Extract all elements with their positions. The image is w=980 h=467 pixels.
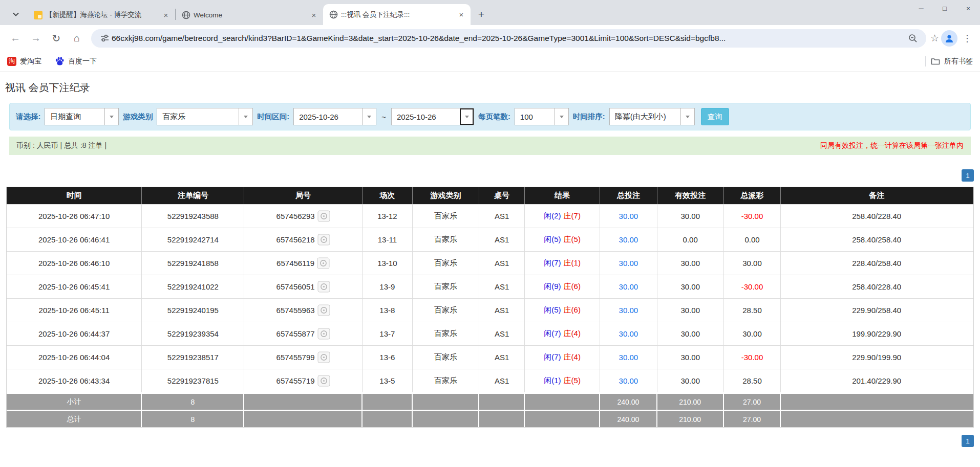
search-button[interactable]: 查询 [701, 108, 729, 125]
video-replay-icon[interactable] [317, 210, 330, 222]
total-bet-link[interactable]: 30.00 [619, 329, 638, 338]
column-header: 备注 [781, 187, 972, 204]
game-category: 百家乐 [413, 228, 479, 251]
dropdown-button[interactable] [460, 108, 474, 125]
dropdown-button[interactable] [239, 108, 252, 125]
bet-id: 522919241022 [142, 275, 244, 298]
video-replay-icon[interactable] [317, 375, 330, 387]
date-end-select[interactable]: 2025-10-26 [391, 108, 474, 125]
dropdown-button[interactable] [680, 108, 694, 125]
date-start-select[interactable]: 2025-10-26 [293, 108, 376, 125]
player-result: 闲(7) [544, 258, 561, 268]
video-replay-icon[interactable] [317, 257, 330, 269]
forward-button[interactable]: → [27, 30, 45, 47]
page-1-button[interactable]: 1 [962, 435, 974, 447]
browser-menu-button[interactable]: ⋮ [960, 33, 975, 44]
table-row: 2025-10-26 06:47:10 522919243588 6574562… [7, 204, 973, 228]
page-title: 视讯 会员下注纪录 [0, 72, 980, 101]
home-button[interactable]: ⌂ [68, 30, 86, 47]
subtotal-row: 小计 8 240.00 210.00 27.00 [7, 392, 973, 410]
dropdown-button[interactable] [362, 108, 376, 125]
column-header: 局号 [244, 187, 362, 204]
total-bet-link[interactable]: 30.00 [619, 376, 638, 385]
bet-records-table: 时间注单编号局号场次游戏类别桌号结果总投注有效投注总派彩备注 2025-10-2… [6, 187, 974, 428]
globe-favicon-icon [329, 10, 338, 19]
column-header: 总派彩 [724, 187, 781, 204]
sort-select[interactable]: 降冪(由大到小) [609, 108, 695, 125]
tab-close-icon[interactable]: × [161, 10, 171, 20]
back-button[interactable]: ← [7, 30, 24, 47]
site-settings-icon[interactable] [97, 31, 112, 46]
query-type-select[interactable]: 日期查询 [45, 108, 119, 125]
player-result: 闲(7) [544, 329, 561, 339]
bookmarks-bar: 淘 爱淘宝 百度一下 所有书签 [0, 51, 980, 72]
query-type-value: 日期查询 [45, 108, 104, 125]
bet-time: 2025-10-26 06:44:04 [7, 346, 142, 369]
round-cell: 657455799 [244, 346, 362, 369]
total-bet-link[interactable]: 30.00 [619, 282, 638, 291]
all-bookmarks-button[interactable]: 所有书签 [931, 57, 973, 66]
url-text[interactable]: 66cxkj98.com/game/betrecord_search/kind3… [112, 34, 906, 43]
total-bet-link[interactable]: 30.00 [619, 353, 638, 362]
profile-avatar[interactable] [941, 30, 957, 47]
reload-button[interactable]: ↻ [48, 30, 65, 47]
video-replay-icon[interactable] [317, 234, 330, 246]
total-payout: 27.00 [724, 411, 781, 427]
video-replay-icon[interactable] [317, 351, 330, 363]
bet-id: 522919241858 [142, 252, 244, 275]
tab-close-icon[interactable]: × [456, 10, 466, 20]
total-bet-link[interactable]: 30.00 [619, 212, 638, 220]
column-header: 注单编号 [142, 187, 244, 204]
bet-id: 522919240195 [142, 299, 244, 322]
bookmark-taobao[interactable]: 淘 爱淘宝 [7, 57, 41, 66]
records-table-body: 2025-10-26 06:47:10 522919243588 6574562… [7, 204, 973, 392]
tab-forum[interactable]: 【新提醒】海燕论坛 - 博学交流 × [28, 5, 175, 25]
result-cell: 闲(7) 庄(4) [525, 346, 600, 369]
table-header-row: 时间注单编号局号场次游戏类别桌号结果总投注有效投注总派彩备注 [7, 187, 973, 204]
round-cell: 657455719 [244, 369, 362, 392]
total-bet-link[interactable]: 30.00 [619, 259, 638, 268]
bet-id: 522919238517 [142, 346, 244, 369]
minimize-button[interactable]: ─ [909, 0, 933, 16]
window-close-button[interactable]: × [956, 0, 980, 16]
bet-time: 2025-10-26 06:45:41 [7, 275, 142, 298]
page-size-select[interactable]: 100 [515, 108, 569, 125]
dropdown-button[interactable] [555, 108, 568, 125]
total-bet-link[interactable]: 30.00 [619, 306, 638, 315]
caret-down-icon [367, 116, 371, 118]
chevron-down-icon [12, 11, 19, 18]
video-replay-icon[interactable] [317, 281, 330, 293]
video-replay-icon[interactable] [317, 328, 330, 340]
player-result: 闲(7) [544, 352, 561, 362]
column-header: 时间 [7, 187, 142, 204]
dropdown-button[interactable] [104, 108, 118, 125]
zoom-icon[interactable] [906, 31, 920, 46]
total-bet-link[interactable]: 30.00 [619, 235, 638, 244]
tab-welcome[interactable]: Welcome × [176, 5, 323, 25]
tab-close-icon[interactable]: × [309, 10, 319, 20]
session-number: 13-7 [363, 322, 413, 345]
bookmark-star-icon[interactable]: ☆ [930, 32, 939, 44]
tab-search-button[interactable] [6, 6, 26, 23]
maximize-button[interactable]: □ [933, 0, 956, 16]
session-number: 13-10 [363, 252, 413, 275]
total-total-bet: 240.00 [600, 411, 657, 427]
table-number: AS1 [479, 205, 525, 228]
new-tab-button[interactable]: + [474, 7, 489, 22]
tab-bet-records[interactable]: :::视讯 会员下注纪录::: × [323, 4, 471, 25]
bet-time: 2025-10-26 06:46:41 [7, 228, 142, 251]
round-id: 657456218 [276, 235, 315, 244]
column-header: 有效投注 [657, 187, 724, 204]
video-replay-icon[interactable] [317, 304, 330, 316]
valid-bet: 30.00 [657, 322, 724, 345]
banker-result: 庄(7) [564, 211, 581, 221]
address-bar[interactable]: 66cxkj98.com/game/betrecord_search/kind3… [91, 29, 926, 48]
remark: 258.40/258.40 [781, 228, 972, 251]
date-range-label: 时间区间: [257, 112, 289, 122]
page-1-button[interactable]: 1 [962, 169, 974, 182]
round-cell: 657456293 [244, 205, 362, 228]
round-id: 657455963 [276, 306, 315, 315]
bookmark-baidu[interactable]: 百度一下 [55, 56, 97, 66]
game-type-select[interactable]: 百家乐 [157, 108, 253, 125]
column-header: 游戏类别 [413, 187, 479, 204]
